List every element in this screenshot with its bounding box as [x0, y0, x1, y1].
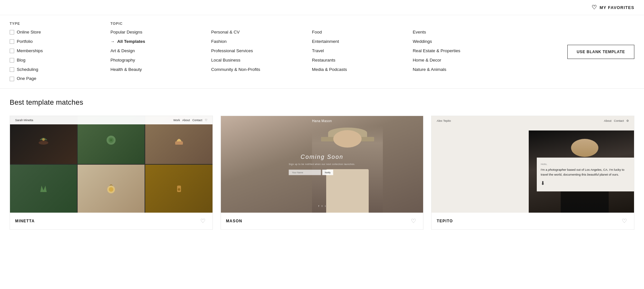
food-icon-2 — [105, 134, 118, 147]
minetta-cell-5 — [78, 165, 145, 213]
topic-label-restaurants: Restaurants — [312, 57, 336, 63]
heart-icon: ♡ — [592, 4, 597, 11]
svg-point-9 — [178, 188, 180, 191]
tepito-head — [571, 139, 599, 157]
topic-photography[interactable]: Photography — [110, 57, 211, 63]
topic-header: TOPIC — [110, 22, 211, 25]
topic-food[interactable]: Food — [312, 29, 413, 35]
mason-notify-button[interactable]: Notify — [322, 170, 333, 175]
mason-nav-name: Hana Mason — [312, 119, 332, 123]
topic-home-decor[interactable]: Home & Decor — [413, 57, 514, 63]
topic-label-entertainment: Entertainment — [312, 39, 339, 45]
filter-portfolio[interactable]: Portfolio — [10, 39, 110, 45]
food-icon-3 — [173, 134, 185, 147]
mason-email-form: Notify — [289, 170, 355, 175]
content-section: Best template matches Sarah Minetta Work… — [0, 89, 644, 236]
mason-twitter-icon: t — [322, 205, 322, 207]
mason-social-icons: f t i — [221, 205, 423, 207]
topic-all-templates[interactable]: → All Templates — [110, 39, 211, 45]
tepito-headline-em2: beautiful — [587, 173, 599, 176]
topic-column-3: TOPIC Food Entertainment Travel Restaura… — [312, 22, 413, 85]
mason-email-input[interactable] — [289, 170, 321, 175]
topic-label-community-nonprofits: Community & Non-Profits — [211, 67, 260, 73]
checkbox-online-store[interactable] — [10, 30, 14, 34]
tepito-nav-links: About Contact ⚙ — [604, 119, 629, 122]
filter-online-store[interactable]: Online Store — [10, 29, 110, 35]
svg-point-0 — [39, 141, 48, 145]
template-preview-minetta: Sarah Minetta Work About Contact ♡ — [10, 116, 213, 213]
tepito-down-arrow-icon: ⬇ — [541, 180, 628, 186]
svg-point-3 — [109, 138, 114, 143]
svg-point-7 — [109, 187, 113, 192]
template-card-tepito[interactable]: Alex Tepito About Contact ⚙ — [431, 116, 634, 230]
filter-memberships[interactable]: Memberships — [10, 48, 110, 54]
use-blank-template-button[interactable]: USE BLANK TEMPLATE — [567, 45, 634, 59]
topic-nature-animals[interactable]: Nature & Animals — [413, 67, 514, 73]
favorite-button-mason[interactable]: ♡ — [409, 217, 418, 226]
topic-weddings[interactable]: Weddings — [413, 39, 514, 45]
topic-local-business[interactable]: Local Business — [211, 57, 312, 63]
favorite-button-minetta[interactable]: ♡ — [198, 217, 207, 226]
topic-art-design[interactable]: Art & Design — [110, 48, 211, 54]
template-footer-mason: MASON ♡ — [221, 213, 423, 229]
topic-real-estate[interactable]: Real Estate & Properties — [413, 48, 514, 54]
template-name-minetta: MINETTA — [15, 219, 35, 223]
mason-coming-soon-text: Coming Soon — [289, 154, 355, 160]
minetta-nav-links: Work About Contact ♡ — [173, 119, 207, 122]
template-name-tepito: TEPITO — [437, 219, 453, 223]
topic-column-1: TOPIC Popular Designs → All Templates Ar… — [110, 22, 211, 85]
favorite-button-tepito[interactable]: ♡ — [620, 217, 629, 226]
topic-label-personal-cv: Personal & CV — [211, 29, 240, 35]
topic-restaurants[interactable]: Restaurants — [312, 57, 413, 63]
topic-label-health-beauty: Health & Beauty — [110, 67, 142, 73]
checkbox-one-page[interactable] — [10, 77, 14, 81]
template-footer-minetta: MINETTA ♡ — [10, 213, 213, 229]
minetta-cell-4 — [10, 165, 77, 213]
filter-scheduling[interactable]: Scheduling — [10, 67, 110, 73]
checkbox-memberships[interactable] — [10, 49, 14, 53]
checkbox-scheduling[interactable] — [10, 67, 14, 72]
mason-person-head — [333, 130, 362, 148]
topic-travel[interactable]: Travel — [312, 48, 413, 54]
type-header: TYPE — [10, 22, 110, 25]
tepito-hello: Hello, — [541, 163, 628, 166]
topic-label-all-templates: All Templates — [117, 39, 145, 45]
template-card-minetta[interactable]: Sarah Minetta Work About Contact ♡ — [10, 116, 213, 230]
topic-popular-designs[interactable]: Popular Designs — [110, 29, 211, 35]
topic-label-events: Events — [413, 29, 426, 35]
filter-label-scheduling: Scheduling — [17, 67, 38, 73]
tepito-text-panel: Hello, I'm a photographer based out of L… — [537, 158, 634, 191]
svg-point-1 — [42, 138, 45, 141]
filter-label-one-page: One Page — [17, 76, 36, 82]
topic-community-nonprofits[interactable]: Community & Non-Profits — [211, 67, 312, 73]
topic-column-2: TOPIC Personal & CV Fashion Professional… — [211, 22, 312, 85]
checkbox-blog[interactable] — [10, 58, 14, 63]
topic-events[interactable]: Events — [413, 29, 514, 35]
heart-icon-tepito: ♡ — [622, 217, 627, 225]
svg-point-2 — [107, 136, 116, 145]
topic-label-professional-services: Professional Services — [211, 48, 253, 54]
checkbox-portfolio[interactable] — [10, 39, 14, 44]
mason-sub-text: Sign up to be notified when our next col… — [289, 163, 355, 165]
topic-fashion[interactable]: Fashion — [211, 39, 312, 45]
filter-one-page[interactable]: One Page — [10, 76, 110, 82]
filter-label-memberships: Memberships — [17, 48, 43, 54]
topic-media-podcasts[interactable]: Media & Podcasts — [312, 67, 413, 73]
filter-label-portfolio: Portfolio — [17, 39, 33, 45]
my-favorites-label: MY FAVORITES — [600, 5, 634, 10]
topic-professional-services[interactable]: Professional Services — [211, 48, 312, 54]
tepito-headline-1: I'm a — [541, 168, 548, 171]
top-bar: ♡ MY FAVORITES — [0, 0, 644, 15]
my-favorites-button[interactable]: ♡ MY FAVORITES — [592, 4, 634, 11]
arrow-icon: → — [110, 39, 115, 44]
filter-blog[interactable]: Blog — [10, 57, 110, 63]
filter-label-blog: Blog — [17, 57, 25, 63]
topic-health-beauty[interactable]: Health & Beauty — [110, 67, 211, 73]
topic-entertainment[interactable]: Entertainment — [312, 39, 413, 45]
topic-label-fashion: Fashion — [211, 39, 227, 45]
food-icon-4 — [37, 182, 50, 195]
tepito-headline-em1: photographer — [548, 168, 566, 171]
topic-label-popular-designs: Popular Designs — [110, 29, 142, 35]
topic-personal-cv[interactable]: Personal & CV — [211, 29, 312, 35]
template-card-mason[interactable]: Hana Mason Coming Soon Sign up to — [221, 116, 424, 230]
